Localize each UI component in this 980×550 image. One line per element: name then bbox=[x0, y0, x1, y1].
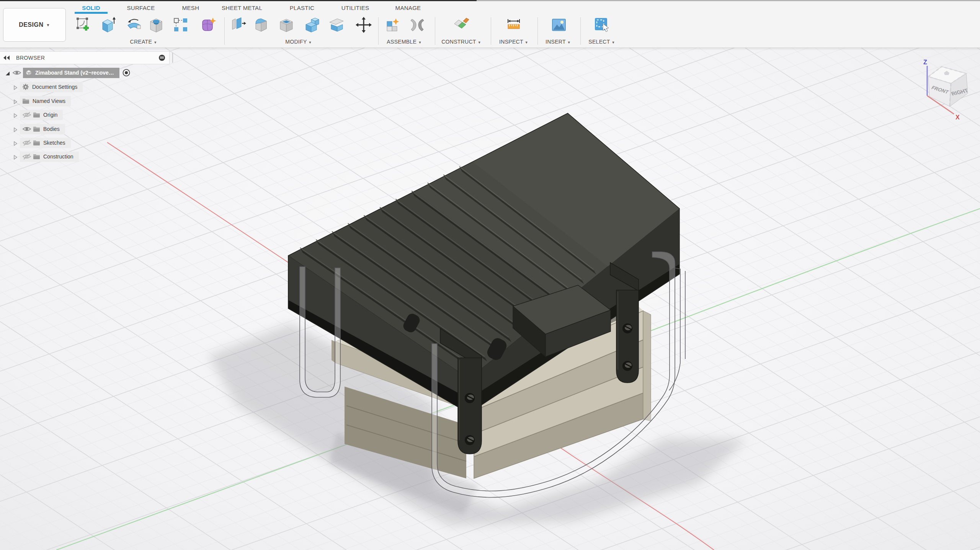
measure-icon[interactable] bbox=[505, 16, 523, 34]
toolbar-divider bbox=[378, 17, 379, 45]
new-component-icon[interactable] bbox=[384, 16, 402, 34]
folder-icon bbox=[22, 98, 29, 104]
row-pill[interactable]: Zimaboard Stand (v2~recove… bbox=[23, 68, 119, 78]
gear-icon bbox=[22, 83, 29, 90]
visibility-eye-icon[interactable] bbox=[12, 69, 21, 76]
row-label: Zimaboard Stand (v2~recove… bbox=[35, 70, 114, 76]
viewcube[interactable]: Z X FRONT RIGHT bbox=[907, 49, 980, 126]
shell-icon[interactable] bbox=[278, 16, 296, 34]
row-label: Named Views bbox=[33, 98, 65, 104]
row-label: Bodies bbox=[43, 126, 60, 132]
row-label: Document Settings bbox=[32, 84, 77, 90]
visibility-eye-icon[interactable] bbox=[22, 111, 31, 118]
screw bbox=[465, 435, 475, 445]
group-label-insert[interactable]: INSERT ▼ bbox=[546, 39, 571, 45]
browser-row-zimaboard-stand-v-recove[interactable]: Zimaboard Stand (v2~recove… bbox=[5, 67, 130, 78]
tab-manage[interactable]: MANAGE bbox=[395, 5, 421, 11]
toolbar-divider bbox=[435, 17, 435, 45]
joint-icon[interactable] bbox=[408, 16, 426, 34]
create-sketch-icon[interactable] bbox=[75, 16, 93, 34]
tab-plastic[interactable]: PLASTIC bbox=[290, 5, 315, 11]
toolbar-divider bbox=[224, 17, 225, 45]
expander-icon[interactable] bbox=[13, 140, 18, 145]
row-pill[interactable]: Document Settings bbox=[20, 82, 83, 92]
folder-icon bbox=[33, 153, 40, 160]
form-icon[interactable] bbox=[199, 16, 217, 34]
folder-icon bbox=[33, 112, 40, 118]
row-pill[interactable]: Bodies bbox=[20, 124, 65, 134]
screw bbox=[465, 393, 475, 403]
visibility-eye-icon[interactable] bbox=[22, 139, 31, 146]
browser-row-bodies[interactable]: Bodies bbox=[13, 124, 65, 134]
browser-options-icon[interactable] bbox=[158, 54, 165, 61]
toolbar: DESIGN▼ SOLIDSURFACEMESHSHEET METALPLAST… bbox=[0, 0, 980, 48]
browser-header[interactable]: BROWSER bbox=[0, 51, 170, 64]
browser-row-origin[interactable]: Origin bbox=[13, 109, 63, 120]
viewcube-z-label: Z bbox=[923, 59, 927, 65]
viewport-canvas[interactable] bbox=[0, 0, 980, 550]
browser-row-named-views[interactable]: Named Views bbox=[13, 96, 71, 106]
tab-surface[interactable]: SURFACE bbox=[127, 5, 155, 11]
fusion-window: DESIGN▼ SOLIDSURFACEMESHSHEET METALPLAST… bbox=[0, 0, 980, 550]
row-pill[interactable]: Construction bbox=[20, 152, 79, 162]
browser-title: BROWSER bbox=[16, 55, 158, 61]
insert-image-icon[interactable] bbox=[550, 16, 568, 34]
window-edge-right bbox=[477, 0, 980, 1]
group-label-modify[interactable]: MODIFY ▼ bbox=[285, 39, 312, 45]
activate-component-radio[interactable] bbox=[122, 69, 130, 77]
press-pull-icon[interactable] bbox=[229, 16, 247, 34]
browser-row-sketches[interactable]: Sketches bbox=[13, 137, 71, 148]
cube-icon bbox=[25, 69, 32, 76]
browser-row-construction[interactable]: Construction bbox=[13, 151, 79, 162]
expander-icon[interactable] bbox=[13, 85, 18, 89]
viewcube-x-label: X bbox=[956, 114, 960, 121]
group-label-assemble[interactable]: ASSEMBLE ▼ bbox=[387, 39, 421, 45]
fillet-icon[interactable] bbox=[253, 16, 270, 34]
folder-icon bbox=[33, 140, 40, 146]
select-icon[interactable] bbox=[593, 16, 611, 34]
combine-icon[interactable] bbox=[304, 16, 321, 34]
folder-icon bbox=[33, 126, 40, 132]
browser-row-document-settings[interactable]: Document Settings bbox=[13, 82, 83, 92]
split-icon[interactable] bbox=[327, 16, 345, 34]
panel-resize-handle[interactable] bbox=[172, 53, 173, 63]
hole-icon[interactable] bbox=[147, 16, 165, 34]
expander-icon[interactable] bbox=[5, 70, 10, 75]
visibility-eye-icon[interactable] bbox=[22, 153, 31, 160]
expander-icon[interactable] bbox=[13, 154, 18, 159]
tab-sheet-metal[interactable]: SHEET METAL bbox=[222, 5, 262, 11]
move-icon[interactable] bbox=[355, 16, 372, 34]
toolbar-divider bbox=[580, 17, 581, 45]
screw bbox=[622, 323, 632, 333]
row-pill[interactable]: Origin bbox=[20, 110, 63, 120]
construct-plane-icon[interactable] bbox=[453, 16, 470, 34]
row-pill[interactable]: Sketches bbox=[20, 138, 71, 148]
tab-utilities[interactable]: UTILITIES bbox=[341, 5, 369, 11]
workspace-switcher-design[interactable]: DESIGN▼ bbox=[3, 8, 66, 42]
screw bbox=[622, 361, 632, 371]
group-label-create[interactable]: CREATE ▼ bbox=[130, 39, 157, 45]
toolbar-divider bbox=[491, 17, 491, 45]
extrude-icon[interactable] bbox=[99, 16, 116, 34]
row-pill[interactable]: Named Views bbox=[20, 96, 71, 106]
row-label: Origin bbox=[43, 112, 57, 118]
chevron-down-icon: ▼ bbox=[46, 23, 50, 27]
pattern-icon[interactable] bbox=[172, 16, 189, 34]
tab-solid[interactable]: SOLID bbox=[82, 5, 100, 11]
group-label-construct[interactable]: CONSTRUCT ▼ bbox=[441, 39, 481, 45]
collapse-panel-icon[interactable] bbox=[3, 55, 11, 60]
window-edge bbox=[0, 0, 477, 1]
row-label: Sketches bbox=[43, 140, 65, 146]
expander-icon[interactable] bbox=[13, 127, 18, 131]
active-tab-underline bbox=[75, 12, 108, 14]
visibility-eye-icon[interactable] bbox=[22, 126, 31, 132]
tab-mesh[interactable]: MESH bbox=[182, 5, 199, 11]
row-label: Construction bbox=[43, 153, 74, 160]
revolve-icon[interactable] bbox=[125, 16, 143, 34]
expander-icon[interactable] bbox=[13, 113, 18, 117]
expander-icon[interactable] bbox=[13, 99, 18, 103]
group-label-inspect[interactable]: INSPECT ▼ bbox=[499, 39, 528, 45]
toolbar-divider bbox=[537, 17, 538, 45]
group-label-select[interactable]: SELECT ▼ bbox=[588, 39, 615, 45]
